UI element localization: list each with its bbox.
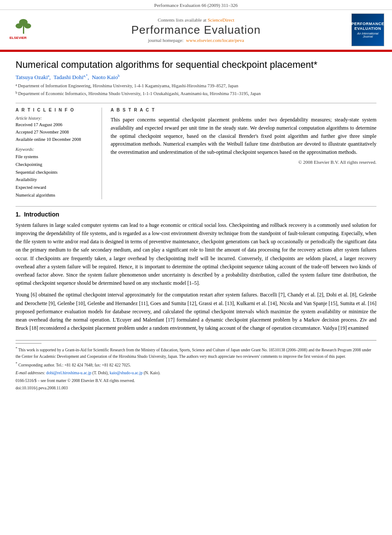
affiliation-a-text: Department of Information Engineering, H…: [18, 83, 239, 89]
email-dohi[interactable]: dohi@rel.hiroshima-u.ac.jp: [46, 371, 92, 375]
svg-text:ELSEVIER: ELSEVIER: [10, 36, 27, 40]
elsevier-logo-svg: ELSEVIER: [8, 17, 42, 41]
article-info-abstract: A R T I C L E I N F O Article history: R…: [16, 103, 376, 199]
keywords-label: Keywords:: [16, 147, 96, 152]
keyword-4: Availability: [16, 176, 96, 184]
affiliation-b-sup: b: [16, 90, 17, 97]
footnote-doi: doi:10.1016/j.peva.2008.11.003: [16, 385, 376, 392]
affiliations: a Department of Information Engineering,…: [16, 83, 376, 97]
article-info-heading: A R T I C L E I N F O: [16, 108, 96, 112]
author-naoto: Naoto Kaiob: [92, 74, 119, 80]
homepage-line: journal homepage: www.elsevier.com/locat…: [47, 38, 345, 43]
copyright-line: © 2008 Elsevier B.V. All rights reserved…: [111, 159, 376, 165]
footnote-2: * Corresponding author. Tel.: +81 82 424…: [16, 361, 376, 369]
intro-paragraph-1: System failures in large scaled computer…: [16, 221, 376, 288]
affiliation-a: a Department of Information Engineering,…: [16, 83, 376, 89]
elsevier-logo: ELSEVIER: [8, 17, 47, 43]
journal-header: ELSEVIER Contents lists available at Sci…: [0, 10, 392, 51]
author-tadashi: Tadashi Dohia,*: [54, 74, 88, 80]
history-label: Article history:: [16, 116, 96, 121]
footnote-1: * This work is supported by a Grant-in-A…: [16, 346, 376, 360]
keyword-5: Expected reward: [16, 184, 96, 191]
keywords-section: Keywords: File systems Checkpointing Seq…: [16, 147, 96, 199]
history-block: Article history: Received 17 August 2006…: [16, 116, 96, 143]
pe-logo-title: PERFORMANCEEVALUATION: [351, 22, 384, 31]
homepage-link[interactable]: www.elsevier.com/locate/peva: [186, 38, 244, 43]
abstract-heading: A B S T R A C T: [111, 108, 376, 112]
received-date: Received 17 August 2006 Accepted 27 Nove…: [16, 121, 96, 143]
journal-citation: Performance Evaluation 66 (2009) 311–326: [154, 3, 238, 8]
footnote-3: E-mail addresses: dohi@rel.hiroshima-u.a…: [16, 370, 376, 376]
top-bar: Performance Evaluation 66 (2009) 311–326: [0, 0, 392, 10]
pe-logo-container: PERFORMANCEEVALUATION An InternationalJo…: [345, 13, 384, 46]
pe-logo: PERFORMANCEEVALUATION An InternationalJo…: [351, 13, 384, 46]
section-title: 1. Introduction: [16, 211, 376, 218]
abstract-text: This paper concerns sequential checkpoin…: [111, 116, 376, 156]
keyword-1: File systems: [16, 153, 96, 161]
keyword-2: Checkpointing: [16, 161, 96, 169]
footnote-4: 0166-5316/$ – see front matter © 2008 El…: [16, 378, 376, 384]
intro-paragraph-2: Young [6] obtained the optimal checkpoin…: [16, 291, 376, 332]
col-abstract: A B S T R A C T This paper concerns sequ…: [111, 108, 376, 199]
keyword-3: Sequential checkpoints: [16, 169, 96, 176]
sciencedirect-link[interactable]: ScienceDirect: [207, 17, 234, 22]
pe-logo-subtitle: An InternationalJournal: [357, 32, 378, 38]
page-wrapper: Performance Evaluation 66 (2009) 311–326…: [0, 0, 392, 400]
footnote-area: * This work is supported by a Grant-in-A…: [16, 340, 376, 392]
email-kaio[interactable]: kaio@shudo-u.ac.jp: [110, 371, 143, 375]
journal-center-info: Contents lists available at ScienceDirec…: [47, 17, 345, 43]
svg-point-4: [24, 23, 31, 29]
introduction-section: 1. Introduction System failures in large…: [16, 206, 376, 332]
affiliation-b: b Department of Economic Informatics, Hi…: [16, 90, 376, 97]
col-article-info: A R T I C L E I N F O Article history: R…: [16, 108, 102, 199]
footnote-divider: [16, 343, 41, 344]
main-content: Numerical computation algorithms for seq…: [0, 52, 392, 400]
journal-title: Performance Evaluation: [47, 23, 345, 37]
article-title: Numerical computation algorithms for seq…: [16, 59, 376, 71]
affiliation-a-sup: a: [16, 83, 17, 89]
svg-point-3: [16, 23, 22, 29]
author-tatsuya: Tatsuya Ozakia: [16, 74, 49, 80]
article-authors: Tatsuya Ozakia, Tadashi Dohia,*, Naoto K…: [16, 74, 376, 81]
keyword-6: Numerical algorithms: [16, 191, 96, 199]
sciencedirect-line: Contents lists available at ScienceDirec…: [47, 17, 345, 22]
affiliation-b-text: Department of Economic Informatics, Hiro…: [18, 90, 261, 97]
